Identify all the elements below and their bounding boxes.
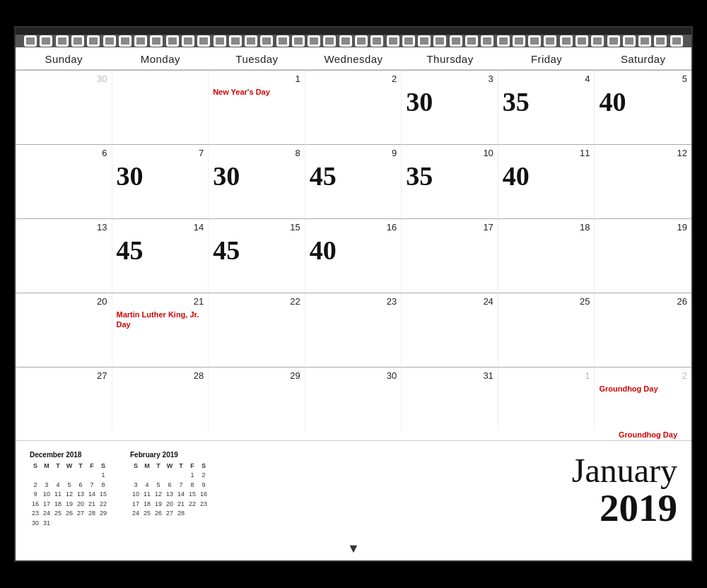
mini-cal-day: 10	[41, 490, 52, 500]
table-row: 1445	[112, 218, 209, 293]
table-row: 18	[498, 218, 595, 293]
table-row: 12	[595, 144, 691, 218]
mini-cal-day: 12	[64, 490, 75, 500]
header-thursday: Thursday	[402, 53, 498, 65]
date-number: 22	[213, 296, 300, 307]
spiral-coil	[214, 35, 226, 47]
day-headers: Sunday Monday Tuesday Wednesday Thursday…	[16, 47, 691, 70]
spiral-coil	[370, 35, 383, 47]
date-number: 19	[599, 222, 687, 233]
mini-cal-day-header: S	[198, 461, 209, 471]
mini-cal-day: 5	[64, 481, 75, 490]
table-row: 1640	[305, 218, 402, 293]
mini-cal-day: 17	[130, 500, 141, 510]
mini-cal-day: 13	[75, 490, 86, 500]
mini-cal-day	[86, 519, 98, 529]
nav-down-icon[interactable]: ▼	[345, 543, 362, 553]
mini-cal-day: 25	[141, 509, 153, 519]
spiral-coil	[355, 35, 368, 47]
date-number: 31	[406, 370, 493, 381]
handwritten-value: 40	[310, 237, 397, 264]
date-number: 5	[599, 74, 687, 84]
mini-cal-day: 4	[141, 481, 153, 490]
handwritten-value: 45	[213, 237, 300, 264]
mini-cal-day: 6	[164, 481, 175, 490]
mini-cal-day	[130, 471, 141, 481]
spiral-coil	[197, 35, 210, 47]
date-number: 18	[503, 222, 590, 233]
spiral-coil	[260, 35, 273, 47]
table-row: 1140	[498, 144, 595, 218]
mini-cal-day: 5	[153, 481, 164, 490]
mini-cal-day: 20	[164, 500, 175, 510]
spiral-coil	[276, 35, 289, 47]
spiral-coil	[245, 35, 257, 47]
mini-cal-day: 6	[75, 481, 86, 490]
table-row	[112, 70, 209, 144]
mini-cal-day	[41, 471, 52, 481]
year-label: 2019	[572, 488, 677, 529]
table-row: 20	[16, 293, 112, 367]
mini-cal-day	[164, 471, 175, 481]
spiral-coil	[465, 35, 478, 47]
table-row: 1	[498, 367, 595, 430]
spiral-coil	[166, 35, 179, 47]
spiral-coil	[87, 35, 100, 47]
mini-cal-day: 11	[141, 490, 153, 500]
handwritten-value: 30	[117, 163, 204, 189]
table-row: 26	[595, 293, 691, 367]
spiral-coil	[544, 35, 556, 47]
mini-cal-day	[64, 471, 75, 481]
mini-cal-day: 23	[30, 509, 41, 519]
date-number: 23	[310, 296, 397, 307]
mini-cal-day	[98, 519, 109, 529]
mini-cal-day: 13	[164, 490, 175, 500]
spiral-coil	[292, 35, 305, 47]
mini-cal-day-header: S	[30, 461, 41, 471]
spiral-top	[16, 28, 691, 35]
mini-cal-day	[198, 509, 209, 519]
table-row: 1545	[209, 218, 305, 293]
table-row: 2Groundhog Day	[595, 367, 691, 430]
date-number: 12	[599, 148, 687, 158]
mini-cal-day: 16	[30, 500, 41, 510]
table-row: 22	[209, 293, 305, 367]
mini-calendars: December 2018 SMTWTFS 123456789101112131…	[30, 449, 209, 529]
handwritten-value: 35	[406, 163, 493, 189]
table-row: 24	[402, 293, 498, 367]
mini-cal-day: 4	[52, 481, 64, 490]
spiral-coil	[339, 35, 352, 47]
mini-cal-day-header: F	[187, 461, 198, 471]
mini-cal-day: 12	[153, 490, 164, 500]
date-number: 30	[310, 370, 397, 381]
mini-cal-feb-title: February 2019	[130, 449, 209, 460]
mini-cal-day	[75, 471, 86, 481]
mini-cal-day-header: T	[153, 461, 164, 471]
mini-cal-day: 23	[198, 500, 209, 510]
month-year-label: January 2019	[572, 454, 677, 529]
date-number: 14	[117, 222, 204, 233]
spiral-coil	[24, 35, 37, 47]
handwritten-value: 30	[406, 88, 493, 115]
groundhog-note: Groundhog Day	[16, 430, 691, 440]
spiral-bar	[16, 35, 691, 47]
calendar-grid: 301New Year's Day23304355406730830945103…	[16, 70, 691, 430]
mini-cal-day: 1	[187, 471, 198, 481]
spiral-coil	[638, 35, 651, 47]
handwritten-value: 45	[310, 163, 397, 189]
holiday-label: New Year's Day	[213, 87, 300, 97]
table-row: 330	[402, 70, 498, 144]
calendar-container: Sunday Monday Tuesday Wednesday Thursday…	[14, 26, 693, 563]
holiday-label: Groundhog Day	[599, 384, 687, 394]
date-number: 3	[406, 74, 493, 84]
handwritten-value: 45	[117, 237, 204, 264]
mini-cal-day: 16	[198, 490, 209, 500]
mini-cal-day: 19	[153, 500, 164, 510]
mini-cal-day	[86, 471, 98, 481]
mini-cal-day: 28	[86, 509, 98, 519]
mini-cal-day: 26	[64, 509, 75, 519]
spiral-coil	[150, 35, 163, 47]
spiral-coil	[119, 35, 132, 47]
mini-cal-day	[30, 471, 41, 481]
mini-cal-day: 8	[187, 481, 198, 490]
